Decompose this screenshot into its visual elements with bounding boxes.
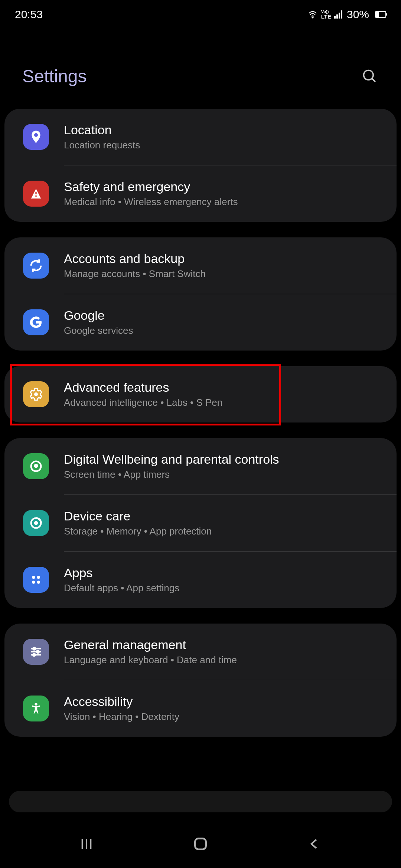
item-text: Accounts and backupManage accounts • Sma… bbox=[64, 251, 378, 280]
status-time: 20:53 bbox=[15, 8, 43, 21]
svg-point-16 bbox=[33, 654, 36, 656]
location-icon bbox=[23, 124, 49, 150]
item-text: AppsDefault apps • App settings bbox=[64, 566, 378, 594]
volte-icon: Vo))LTE bbox=[321, 10, 331, 19]
svg-point-17 bbox=[35, 703, 37, 706]
svg-point-14 bbox=[33, 647, 36, 650]
item-subtitle: Storage • Memory • App protection bbox=[64, 526, 378, 537]
item-subtitle: Location requests bbox=[64, 139, 378, 151]
back-icon bbox=[307, 836, 322, 851]
item-subtitle: Advanced intelligence • Labs • S Pen bbox=[64, 397, 378, 408]
svg-point-6 bbox=[35, 522, 38, 525]
wellbeing-icon bbox=[23, 453, 49, 479]
settings-item-care[interactable]: Device careStorage • Memory • App protec… bbox=[4, 495, 397, 551]
header: Settings bbox=[0, 29, 401, 109]
item-subtitle: Google services bbox=[64, 325, 378, 336]
settings-group: General managementLanguage and keyboard … bbox=[4, 624, 397, 737]
settings-group: LocationLocation requestsSafety and emer… bbox=[4, 109, 397, 222]
item-subtitle: Language and keyboard • Date and time bbox=[64, 654, 378, 666]
settings-item-emergency[interactable]: Safety and emergencyMedical info • Wirel… bbox=[4, 165, 397, 222]
settings-item-wellbeing[interactable]: Digital Wellbeing and parental controlsS… bbox=[4, 438, 397, 494]
care-icon bbox=[23, 510, 49, 536]
settings-item-sync[interactable]: Accounts and backupManage accounts • Sma… bbox=[4, 237, 397, 294]
home-icon bbox=[192, 836, 209, 852]
item-subtitle: Manage accounts • Smart Switch bbox=[64, 268, 378, 280]
bottom-bar bbox=[9, 791, 392, 812]
accessibility-icon bbox=[23, 696, 49, 721]
emergency-icon bbox=[23, 181, 49, 207]
item-title: Accessibility bbox=[64, 694, 378, 709]
svg-point-9 bbox=[32, 581, 35, 584]
settings-item-advanced[interactable]: Advanced featuresAdvanced intelligence •… bbox=[4, 366, 397, 423]
item-title: Digital Wellbeing and parental controls bbox=[64, 452, 378, 467]
svg-rect-21 bbox=[195, 838, 206, 849]
item-text: LocationLocation requests bbox=[64, 123, 378, 151]
svg-point-10 bbox=[37, 581, 40, 584]
svg-point-0 bbox=[312, 17, 313, 18]
item-title: Advanced features bbox=[64, 380, 378, 395]
svg-point-15 bbox=[37, 651, 39, 653]
settings-item-accessibility[interactable]: AccessibilityVision • Hearing • Dexterit… bbox=[4, 680, 397, 737]
item-text: Advanced featuresAdvanced intelligence •… bbox=[64, 380, 378, 408]
status-bar: 20:53 Vo))LTE 30% bbox=[0, 0, 401, 29]
svg-point-1 bbox=[364, 70, 374, 80]
signal-icon bbox=[334, 10, 342, 19]
item-subtitle: Vision • Hearing • Dexterity bbox=[64, 711, 378, 723]
status-right: Vo))LTE 30% bbox=[307, 8, 386, 21]
settings-item-general[interactable]: General managementLanguage and keyboard … bbox=[4, 624, 397, 680]
recents-button[interactable] bbox=[75, 833, 98, 855]
item-title: Safety and emergency bbox=[64, 180, 378, 194]
item-text: Device careStorage • Memory • App protec… bbox=[64, 509, 378, 537]
svg-point-7 bbox=[32, 576, 35, 579]
home-button[interactable] bbox=[189, 833, 212, 855]
battery-icon bbox=[374, 11, 386, 18]
item-subtitle: Medical info • Wireless emergency alerts bbox=[64, 196, 378, 208]
back-button[interactable] bbox=[303, 833, 326, 855]
settings-item-apps[interactable]: AppsDefault apps • App settings bbox=[4, 552, 397, 608]
wifi-icon bbox=[307, 10, 318, 19]
battery-text: 30% bbox=[347, 8, 369, 21]
navigation-bar bbox=[0, 820, 401, 868]
item-text: Safety and emergencyMedical info • Wirel… bbox=[64, 180, 378, 208]
item-title: Accounts and backup bbox=[64, 251, 378, 266]
settings-list: LocationLocation requestsSafety and emer… bbox=[0, 109, 401, 737]
item-title: Apps bbox=[64, 566, 378, 580]
item-title: Device care bbox=[64, 509, 378, 523]
google-icon bbox=[23, 309, 49, 335]
settings-group: Advanced featuresAdvanced intelligence •… bbox=[4, 366, 397, 423]
item-title: General management bbox=[64, 638, 378, 652]
general-icon bbox=[23, 639, 49, 665]
item-title: Google bbox=[64, 308, 378, 323]
apps-icon bbox=[23, 567, 49, 593]
settings-item-google[interactable]: GoogleGoogle services bbox=[4, 294, 397, 351]
svg-line-2 bbox=[372, 78, 375, 82]
item-subtitle: Default apps • App settings bbox=[64, 582, 378, 594]
settings-item-location[interactable]: LocationLocation requests bbox=[4, 109, 397, 165]
item-subtitle: Screen time • App timers bbox=[64, 469, 378, 480]
item-text: General managementLanguage and keyboard … bbox=[64, 638, 378, 666]
search-button[interactable] bbox=[361, 68, 379, 85]
sync-icon bbox=[23, 253, 49, 279]
settings-group: Accounts and backupManage accounts • Sma… bbox=[4, 237, 397, 351]
svg-point-8 bbox=[37, 576, 40, 579]
search-icon bbox=[362, 68, 378, 85]
advanced-icon bbox=[23, 381, 49, 407]
item-text: AccessibilityVision • Hearing • Dexterit… bbox=[64, 694, 378, 723]
recents-icon bbox=[79, 836, 94, 851]
item-title: Location bbox=[64, 123, 378, 137]
item-text: Digital Wellbeing and parental controlsS… bbox=[64, 452, 378, 480]
item-text: GoogleGoogle services bbox=[64, 308, 378, 336]
svg-point-3 bbox=[34, 392, 38, 396]
settings-group: Digital Wellbeing and parental controlsS… bbox=[4, 438, 397, 608]
page-title: Settings bbox=[22, 66, 87, 86]
